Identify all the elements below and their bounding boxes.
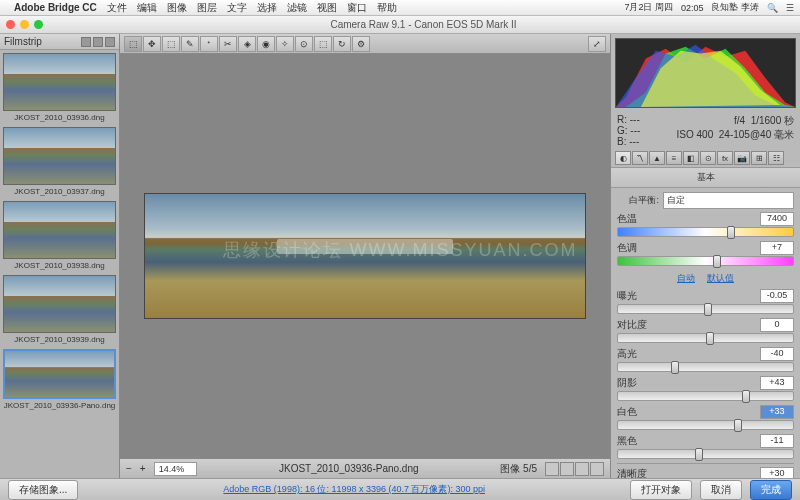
thumb-label: JKOST_2010_03937.dng (3, 185, 116, 198)
prefs-icon[interactable]: ⚙ (352, 36, 370, 52)
open-button[interactable]: 打开对象 (630, 480, 692, 500)
tint-slider[interactable]: 色调+7 (617, 241, 794, 266)
menu-type[interactable]: 文字 (227, 1, 247, 15)
minimize-button[interactable] (20, 20, 29, 29)
panel-title: 基本 (611, 168, 800, 188)
exposure-slider[interactable]: 曝光-0.05 (617, 289, 794, 314)
whites-slider[interactable]: 白色+33 (617, 405, 794, 430)
maximize-button[interactable] (34, 20, 43, 29)
crop-tool-icon[interactable]: ✂ (219, 36, 237, 52)
tab-camera-icon[interactable]: 📷 (734, 151, 750, 165)
radial-filter-icon[interactable]: ↻ (333, 36, 351, 52)
thumb-item[interactable]: JKOST_2010_03937.dng (3, 127, 116, 198)
save-image-button[interactable]: 存储图象... (8, 480, 78, 500)
view-shadow-clip-icon[interactable] (545, 462, 559, 476)
zoom-level-select[interactable]: 14.4% (154, 462, 198, 476)
auto-link[interactable]: 自动 (677, 272, 695, 285)
filmstrip-filter-icon[interactable] (81, 37, 91, 47)
default-link[interactable]: 默认值 (707, 272, 734, 285)
view-highlight-clip-icon[interactable] (560, 462, 574, 476)
blacks-slider[interactable]: 黑色-11 (617, 434, 794, 459)
search-icon[interactable]: 🔍 (767, 3, 778, 13)
menu-file[interactable]: 文件 (107, 1, 127, 15)
clarity-slider[interactable]: 清晰度+30 (617, 467, 794, 478)
menu-filter[interactable]: 滤镜 (287, 1, 307, 15)
redeye-tool-icon[interactable]: ✧ (276, 36, 294, 52)
tab-split-icon[interactable]: ◧ (683, 151, 699, 165)
thumb-image (3, 275, 116, 333)
thumb-item[interactable]: JKOST_2010_03936.dng (3, 53, 116, 124)
hand-tool-icon[interactable]: ✥ (143, 36, 161, 52)
straighten-tool-icon[interactable]: ◈ (238, 36, 256, 52)
view-before-after-icon[interactable] (575, 462, 589, 476)
color-sampler-icon[interactable]: ✎ (181, 36, 199, 52)
done-button[interactable]: 完成 (750, 480, 792, 500)
menu-image[interactable]: 图像 (167, 1, 187, 15)
filmstrip-title: Filmstrip (4, 36, 42, 47)
tab-snapshots-icon[interactable]: ☷ (768, 151, 784, 165)
status-user[interactable]: 良知塾 李涛 (711, 1, 759, 14)
highlights-slider[interactable]: 高光-40 (617, 347, 794, 372)
center-panel: ⬚ ✥ ⬚ ✎ ᐩ ✂ ◈ ◉ ✧ ⊙ ⬚ ↻ ⚙ ⤢ 思缘设计论坛 WWW.M… (120, 34, 610, 478)
tab-basic-icon[interactable]: ◐ (615, 151, 631, 165)
spot-removal-icon[interactable]: ◉ (257, 36, 275, 52)
thumb-label: JKOST_2010_03936-Pano.dng (3, 399, 116, 412)
zoom-tool-icon[interactable]: ⬚ (124, 36, 142, 52)
tab-fx-icon[interactable]: fx (717, 151, 733, 165)
tab-curve-icon[interactable]: 〽 (632, 151, 648, 165)
image-counter: 图像 5/5 (500, 462, 537, 476)
thumb-image (3, 201, 116, 259)
filmstrip-header: Filmstrip (0, 34, 119, 50)
wb-select[interactable]: 自定 (663, 192, 794, 209)
thumb-label: JKOST_2010_03938.dng (3, 259, 116, 272)
filmstrip-panel: Filmstrip JKOST_2010_03936.dng JKOST_201… (0, 34, 120, 478)
thumb-item-selected[interactable]: JKOST_2010_03936-Pano.dng (3, 349, 116, 412)
zoom-in-button[interactable]: + (140, 463, 146, 474)
preview-area[interactable]: 思缘设计论坛 WWW.MISSYUAN.COM (120, 54, 610, 458)
status-day: 7月2日 周四 (624, 1, 673, 14)
wb-label: 白平衡: (617, 194, 659, 207)
thumb-label: JKOST_2010_03939.dng (3, 333, 116, 346)
menu-window[interactable]: 窗口 (347, 1, 367, 15)
window-title: Camera Raw 9.1 - Canon EOS 5D Mark II (53, 19, 794, 30)
shadows-slider[interactable]: 阴影+43 (617, 376, 794, 401)
zoom-out-button[interactable]: − (126, 463, 132, 474)
thumb-item[interactable]: JKOST_2010_03939.dng (3, 275, 116, 346)
wb-tool-icon[interactable]: ⬚ (162, 36, 180, 52)
app-name[interactable]: Adobe Bridge CC (14, 2, 97, 13)
toggle-preview-icon[interactable]: ⤢ (588, 36, 606, 52)
menu-extra-icon[interactable]: ☰ (786, 3, 794, 13)
temp-slider[interactable]: 色温7400 (617, 212, 794, 237)
menu-help[interactable]: 帮助 (377, 1, 397, 15)
grad-filter-icon[interactable]: ⬚ (314, 36, 332, 52)
filmstrip-body[interactable]: JKOST_2010_03936.dng JKOST_2010_03937.dn… (0, 50, 119, 478)
view-swap-icon[interactable] (590, 462, 604, 476)
menu-edit[interactable]: 编辑 (137, 1, 157, 15)
preview-footer: − + 14.4% JKOST_2010_03936-Pano.dng 图像 5… (120, 458, 610, 478)
menu-select[interactable]: 选择 (257, 1, 277, 15)
menu-layer[interactable]: 图层 (197, 1, 217, 15)
menu-view[interactable]: 视图 (317, 1, 337, 15)
tab-lens-icon[interactable]: ⊙ (700, 151, 716, 165)
filmstrip-sort-icon[interactable] (93, 37, 103, 47)
adjustment-brush-icon[interactable]: ⊙ (295, 36, 313, 52)
cancel-button[interactable]: 取消 (700, 480, 742, 500)
tab-detail-icon[interactable]: ▲ (649, 151, 665, 165)
target-adjust-icon[interactable]: ᐩ (200, 36, 218, 52)
thumb-image (3, 53, 116, 111)
thumb-item[interactable]: JKOST_2010_03938.dng (3, 201, 116, 272)
right-panel: R: --- G: --- B: --- f/4 1/1600 秒 ISO 40… (610, 34, 800, 478)
close-button[interactable] (6, 20, 15, 29)
menubar: Adobe Bridge CC 文件 编辑 图像 图层 文字 选择 滤镜 视图 … (0, 0, 800, 16)
contrast-slider[interactable]: 对比度0 (617, 318, 794, 343)
basic-controls: 白平衡: 自定 色温7400 色调+7 自动默认值 曝光-0.05 对比度0 高… (611, 188, 800, 478)
histogram[interactable] (615, 38, 796, 108)
status-time: 02:05 (681, 3, 704, 13)
workflow-link[interactable]: Adobe RGB (1998): 16 位: 11998 x 3396 (40… (86, 483, 622, 496)
filmstrip-menu-icon[interactable] (105, 37, 115, 47)
thumb-image (3, 127, 116, 185)
dialog-footer: 存储图象... Adobe RGB (1998): 16 位: 11998 x … (0, 478, 800, 500)
tab-hsl-icon[interactable]: ≡ (666, 151, 682, 165)
tab-presets-icon[interactable]: ⊞ (751, 151, 767, 165)
traffic-lights (6, 20, 43, 29)
